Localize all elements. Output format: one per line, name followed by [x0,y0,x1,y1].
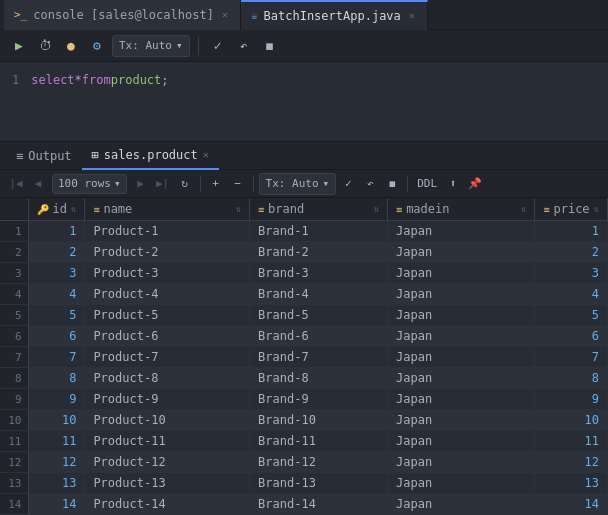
name-cell: Product-4 [85,284,250,305]
grid-export-button[interactable]: ⬆ [443,174,463,194]
console-icon: >_ [14,8,27,21]
table-row[interactable]: 14 14 Product-14 Brand-14 Japan 14 [0,494,608,515]
batchinsert-tab-label: BatchInsertApp.java [264,9,401,23]
results-table: 🔑 id ⇅ ≡ name ⇅ ≡ brand [0,198,608,515]
rollback-button[interactable]: ↶ [233,35,255,57]
name-cell: Product-10 [85,410,250,431]
row-num-cell: 5 [0,305,28,326]
col-madein-label: madein [406,202,449,216]
salesproduct-tab-close[interactable]: ✕ [203,149,209,160]
price-cell: 10 [535,410,608,431]
table-row[interactable]: 7 7 Product-7 Brand-7 Japan 7 [0,347,608,368]
rows-arrow: ▾ [114,177,121,190]
col-name-label: name [103,202,132,216]
table-row[interactable]: 8 8 Product-8 Brand-8 Japan 8 [0,368,608,389]
table-row[interactable]: 13 13 Product-13 Brand-13 Japan 13 [0,473,608,494]
col-header-madein[interactable]: ≡ madein ⇅ [388,198,535,221]
brand-cell: Brand-14 [250,494,388,515]
row-num-cell: 9 [0,389,28,410]
name-cell: Product-3 [85,263,250,284]
batchinsert-tab-close[interactable]: ✕ [407,9,417,22]
id-cell: 7 [28,347,85,368]
rows-dropdown[interactable]: 100 rows ▾ [52,174,127,194]
name-cell: Product-9 [85,389,250,410]
toolbar-sep-1 [198,37,199,55]
madein-cell: Japan [388,305,535,326]
tx-dropdown[interactable]: Tx: Auto ▾ [112,35,190,57]
table-row[interactable]: 9 9 Product-9 Brand-9 Japan 9 [0,389,608,410]
grid-pin-button[interactable]: 📌 [465,174,485,194]
brand-cell: Brand-2 [250,242,388,263]
settings-button[interactable]: ⚙ [86,35,108,57]
madein-cell: Japan [388,284,535,305]
grid-next-button[interactable]: ▶ [131,174,151,194]
table-row[interactable]: 6 6 Product-6 Brand-6 Japan 6 [0,326,608,347]
data-grid[interactable]: 🔑 id ⇅ ≡ name ⇅ ≡ brand [0,198,608,515]
console-tab-close[interactable]: ✕ [220,8,230,21]
col-header-brand[interactable]: ≡ brand ⇅ [250,198,388,221]
grid-toolbar: |◀ ◀ 100 rows ▾ ▶ ▶| ↻ + − Tx: Auto ▾ ✓ … [0,170,608,198]
price-cell: 8 [535,368,608,389]
brand-cell: Brand-13 [250,473,388,494]
brand-sort-arrows: ⇅ [374,204,379,214]
name-cell: Product-13 [85,473,250,494]
tab-batchinsert[interactable]: ☕ BatchInsertApp.java ✕ [241,0,428,30]
grid-sep-2 [253,176,254,192]
grid-sep-3 [407,176,408,192]
grid-tx-dropdown[interactable]: Tx: Auto ▾ [259,173,337,195]
grid-ddl-label[interactable]: DDL [413,177,441,190]
run-button[interactable]: ▶ [8,35,30,57]
grid-stop-button[interactable]: ◼ [382,174,402,194]
grid-first-button[interactable]: |◀ [6,174,26,194]
grid-prev-button[interactable]: ◀ [28,174,48,194]
tab-console[interactable]: >_ console [sales@localhost] ✕ [4,0,241,30]
table-row[interactable]: 1 1 Product-1 Brand-1 Japan 1 [0,221,608,242]
row-num-cell: 11 [0,431,28,452]
tab-salesproduct[interactable]: ⊞ sales.product ✕ [82,142,219,170]
grid-rollback-button[interactable]: ↶ [360,174,380,194]
grid-delete-button[interactable]: − [228,174,248,194]
keyword-from: from [82,70,111,90]
history-button[interactable]: ⏱ [34,35,56,57]
name-cell: Product-11 [85,431,250,452]
stop-button[interactable]: ◼ [259,35,281,57]
tab-output[interactable]: ≡ Output [6,142,82,170]
grid-last-button[interactable]: ▶| [153,174,173,194]
col-header-price[interactable]: ≡ price ⇅ [535,198,608,221]
code-semi: ; [161,70,168,90]
brand-cell: Brand-6 [250,326,388,347]
table-header-row: 🔑 id ⇅ ≡ name ⇅ ≡ brand [0,198,608,221]
name-cell: Product-7 [85,347,250,368]
price-cell: 13 [535,473,608,494]
config-button[interactable]: ● [60,35,82,57]
col-header-id[interactable]: 🔑 id ⇅ [28,198,85,221]
brand-cell: Brand-12 [250,452,388,473]
code-star: * [75,70,82,90]
id-sort-arrows: ⇅ [71,204,76,214]
editor-area[interactable]: 1 select * from product ; [0,62,608,142]
commit-button[interactable]: ✓ [207,35,229,57]
tx-label: Tx: Auto [119,39,172,52]
id-cell: 14 [28,494,85,515]
row-num-cell: 12 [0,452,28,473]
grid-refresh-button[interactable]: ↻ [175,174,195,194]
name-cell: Product-5 [85,305,250,326]
table-row[interactable]: 10 10 Product-10 Brand-10 Japan 10 [0,410,608,431]
grid-add-button[interactable]: + [206,174,226,194]
table-row[interactable]: 3 3 Product-3 Brand-3 Japan 3 [0,263,608,284]
col-header-name[interactable]: ≡ name ⇅ [85,198,250,221]
table-row[interactable]: 4 4 Product-4 Brand-4 Japan 4 [0,284,608,305]
id-cell: 6 [28,326,85,347]
grid-commit-button[interactable]: ✓ [338,174,358,194]
table-row[interactable]: 5 5 Product-5 Brand-5 Japan 5 [0,305,608,326]
table-row[interactable]: 2 2 Product-2 Brand-2 Japan 2 [0,242,608,263]
brand-col-icon: ≡ [258,204,264,215]
row-num-cell: 2 [0,242,28,263]
price-sort-arrows: ⇅ [594,204,599,214]
line-number-1: 1 [12,70,19,90]
table-row[interactable]: 11 11 Product-11 Brand-11 Japan 11 [0,431,608,452]
output-tab-label: Output [28,149,71,163]
keyword-select: select [31,70,74,90]
table-row[interactable]: 12 12 Product-12 Brand-12 Japan 12 [0,452,608,473]
row-num-cell: 4 [0,284,28,305]
